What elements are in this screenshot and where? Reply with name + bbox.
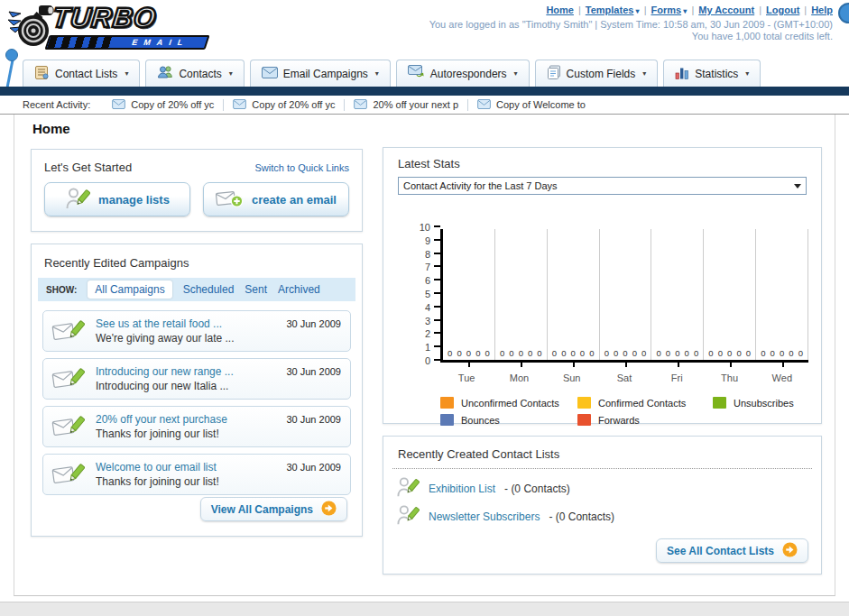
chart-value: 0 [685, 348, 689, 358]
y-axis-label: 3 [405, 316, 430, 326]
legend-swatch [440, 414, 454, 426]
chart-value: 0 [448, 348, 452, 358]
chart-value: 0 [485, 348, 490, 358]
campaign-date: 30 Jun 2009 [286, 366, 341, 377]
envelope-icon [112, 99, 125, 111]
contact-list-link[interactable]: Exhibition List [429, 483, 495, 495]
top-nav-link-my-account[interactable]: My Account [698, 5, 754, 15]
brand-stripes [47, 37, 117, 48]
top-nav-link-help[interactable]: Help [811, 5, 833, 15]
chart-value: 0 [641, 348, 646, 358]
campaign-title-link[interactable]: Introducing our new range ... [96, 365, 234, 378]
chart-value-labels: 00000 [756, 348, 807, 358]
get-started-title: Let's Get Started [44, 161, 132, 174]
y-axis-label: 1 [405, 342, 430, 353]
campaign-filter-archived[interactable]: Archived [278, 283, 320, 296]
top-nav-link-home[interactable]: Home [546, 5, 574, 15]
tab-contacts[interactable]: Contacts▾ [145, 60, 244, 87]
separator: | [644, 5, 647, 15]
envelope-pencil-icon [51, 461, 85, 492]
legend-label: Forwards [598, 415, 640, 426]
main-nav-tabs: Contact Lists▾Contacts▾Email Campaigns▾A… [23, 60, 761, 87]
recent-activity-item-label: Copy of 20% off yc [252, 99, 335, 110]
recent-activity-item-label: Copy of Welcome to [496, 99, 586, 110]
campaign-filter-scheduled[interactable]: Scheduled [183, 283, 235, 296]
footer-strip [0, 602, 849, 616]
recent-activity-item[interactable]: Copy of 20% off yc [223, 99, 344, 111]
chart-value: 0 [780, 348, 784, 358]
login-status-text: You are logged in as "Timothy Smith" | S… [429, 19, 833, 30]
y-axis-label: 5 [405, 289, 430, 299]
chart-value: 0 [552, 348, 557, 358]
chart-value: 0 [708, 348, 713, 358]
chart-value: 0 [771, 348, 775, 358]
tab-autoresponders[interactable]: Autoresponders▾ [396, 60, 530, 87]
campaign-card[interactable]: See us at the retail food ...We're givin… [42, 310, 351, 352]
chevron-down-icon: ▾ [681, 7, 687, 15]
help-bubble-icon[interactable] [838, 3, 849, 23]
stats-report-select[interactable]: Contact Activity for the Last 7 Days [398, 177, 807, 195]
tab-email-campaigns[interactable]: Email Campaigns▾ [250, 60, 391, 87]
chart-value: 0 [657, 348, 661, 358]
x-axis-day-label: Thu [703, 372, 755, 383]
create-email-label: create an email [252, 193, 337, 207]
recent-activity-item[interactable]: Copy of Welcome to [467, 99, 595, 111]
campaign-filter-all-campaigns[interactable]: All Campaigns [88, 280, 171, 299]
tab-label: Email Campaigns [283, 68, 368, 80]
see-all-contact-lists-button[interactable]: See All Contact Lists [656, 538, 808, 563]
tab-custom-fields[interactable]: Custom Fields▾ [535, 60, 659, 87]
campaign-card[interactable]: Welcome to our email listThanks for join… [42, 454, 351, 495]
envelope-icon [477, 99, 491, 111]
campaign-card[interactable]: Introducing our new range ...Introducing… [42, 358, 351, 400]
campaign-card[interactable]: 20% off your next purchaseThanks for joi… [42, 406, 351, 447]
top-nav-link-logout[interactable]: Logout [766, 5, 799, 15]
tab-contact-lists[interactable]: Contact Lists▾ [23, 60, 140, 87]
create-email-button[interactable]: create an email [203, 182, 349, 216]
chevron-down-icon: ▾ [514, 69, 518, 78]
latest-stats-panel: Latest Stats Contact Activity for the La… [383, 147, 822, 424]
tab-label: Custom Fields [567, 68, 636, 80]
envelope-pencil-icon [51, 365, 85, 397]
y-axis-label: 9 [405, 235, 430, 246]
see-all-contact-lists-label: See All Contact Lists [667, 545, 774, 557]
arrow-circle-icon [321, 501, 337, 519]
x-axis-tick [625, 363, 627, 367]
chart-day-column: 00000 [495, 229, 548, 360]
chart-value: 0 [571, 348, 576, 358]
recent-campaigns-title: Recently Edited Campaigns [32, 244, 362, 278]
x-axis-tick [678, 363, 679, 367]
autoresponders-icon [408, 65, 425, 82]
chart-value-labels: 00000 [704, 348, 755, 358]
chart-legend: Unconfirmed ContactsConfirmed ContactsUn… [440, 397, 821, 426]
chart-value-labels: 00000 [495, 348, 547, 358]
recent-activity-item[interactable]: Copy of 20% off yc [103, 99, 223, 111]
chart-value: 0 [727, 348, 732, 358]
chart-value: 0 [798, 348, 803, 358]
chart-day-column: 00000 [600, 229, 652, 360]
top-nav-link-templates[interactable]: Templates [586, 5, 634, 15]
y-axis-tick [434, 239, 440, 241]
top-nav-link-forms[interactable]: Forms [651, 5, 682, 15]
recent-activity-items: Copy of 20% off ycCopy of 20% off yc20% … [103, 99, 595, 111]
x-axis-day-label: Sun [546, 372, 598, 383]
switch-quick-links[interactable]: Switch to Quick Links [254, 162, 349, 173]
contact-list-items: Exhibition List- (0 Contacts)Newsletter … [383, 469, 821, 530]
manage-lists-button[interactable]: manage lists [44, 182, 190, 216]
recent-activity-item[interactable]: 20% off your next p [344, 99, 467, 111]
campaign-title-link[interactable]: See us at the retail food ... [96, 317, 222, 330]
campaign-filter-sent[interactable]: Sent [245, 283, 267, 296]
chevron-down-icon: ▾ [633, 7, 639, 15]
brand-logo: TURBO EMAIL [7, 2, 224, 52]
campaign-title-link[interactable]: Welcome to our email list [96, 461, 217, 473]
x-axis-tick [468, 363, 470, 367]
arrow-circle-icon [782, 542, 798, 560]
chart-value: 0 [666, 348, 670, 358]
tab-statistics[interactable]: Statistics▾ [663, 60, 761, 87]
chart-x-labels: TueMonSunSatFriThuWed [440, 372, 808, 383]
envelope-plus-icon [216, 188, 244, 211]
view-all-campaigns-button[interactable]: View All Campaigns [200, 497, 347, 521]
contact-list-link[interactable]: Newsletter Subscribers [429, 510, 540, 523]
legend-label: Bounces [461, 415, 500, 426]
y-axis-label: 0 [405, 355, 430, 366]
campaign-title-link[interactable]: 20% off your next purchase [96, 413, 227, 426]
